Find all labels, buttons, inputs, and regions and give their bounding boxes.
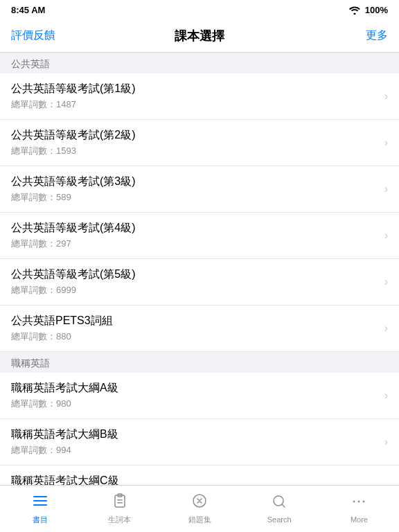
tab-label: 錯題集 <box>188 515 211 525</box>
list-item-subtitle: 總單詞數：589 <box>11 191 379 204</box>
tab-search-icon <box>272 494 287 513</box>
section-header-1: 職稱英語 <box>0 352 399 373</box>
course-list: 公共英語公共英語等級考試(第1級)總單詞數：1487›公共英語等級考試(第2級)… <box>0 53 399 485</box>
tab-ellipsis-icon <box>351 494 366 513</box>
list-item-title: 職稱英語考試大綱B級 <box>11 427 379 442</box>
list-item-content: 公共英語等級考試(第4級)總單詞數：297 <box>11 221 379 250</box>
list-item-subtitle: 總單詞數：980 <box>11 398 379 410</box>
status-bar: 8:45 AM 100% <box>0 0 399 19</box>
list-item[interactable]: 公共英語PETS3詞組總單詞數：880› <box>0 305 399 352</box>
section-header-0: 公共英語 <box>0 53 399 73</box>
list-item-content: 公共英語等級考試(第5級)總單詞數：6999 <box>11 267 379 296</box>
tab-item-錯題集[interactable]: 錯題集 <box>159 486 239 526</box>
svg-point-8 <box>274 496 283 506</box>
nav-bar: 評價反饋 課本選擇 更多 <box>0 19 399 53</box>
svg-rect-0 <box>33 496 47 497</box>
list-item[interactable]: 公共英語等級考試(第2級)總單詞數：1593› <box>0 120 399 166</box>
svg-point-9 <box>353 501 355 503</box>
list-item-title: 職稱英語考試大綱A級 <box>11 381 379 396</box>
list-item[interactable]: 職稱英語考試大綱C級總單詞數：4651› <box>0 466 399 485</box>
nav-more-button[interactable]: 更多 <box>366 28 388 43</box>
list-item[interactable]: 職稱英語考試大綱A級總單詞數：980› <box>0 373 399 419</box>
list-item-content: 職稱英語考試大綱A級總單詞數：980 <box>11 381 379 410</box>
tab-xmark-circle-icon <box>192 493 207 513</box>
chevron-right-icon: › <box>384 322 388 335</box>
list-item-subtitle: 總單詞數：1487 <box>11 98 379 111</box>
svg-rect-1 <box>33 500 47 502</box>
list-item[interactable]: 公共英語等級考試(第4級)總單詞數：297› <box>0 213 399 259</box>
list-item-title: 公共英語等級考試(第1級) <box>11 82 379 96</box>
list-item-content: 公共英語等級考試(第1級)總單詞數：1487 <box>11 82 379 111</box>
list-item-subtitle: 總單詞數：297 <box>11 238 379 250</box>
tab-clipboard-icon <box>112 493 127 513</box>
list-item-subtitle: 總單詞數：6999 <box>11 284 379 296</box>
list-item-title: 公共英語等級考試(第3級) <box>11 175 379 189</box>
nav-title: 課本選擇 <box>175 28 224 44</box>
list-item-content: 公共英語等級考試(第2級)總單詞數：1593 <box>11 128 379 157</box>
list-item[interactable]: 職稱英語考試大綱B級總單詞數：994› <box>0 419 399 466</box>
list-item-subtitle: 總單詞數：880 <box>11 330 379 343</box>
chevron-right-icon: › <box>384 90 388 103</box>
svg-point-10 <box>358 501 360 503</box>
svg-rect-5 <box>117 499 123 501</box>
nav-back-button[interactable]: 評價反饋 <box>11 28 55 43</box>
list-item[interactable]: 公共英語等級考試(第3級)總單詞數：589› <box>0 166 399 213</box>
list-item-subtitle: 總單詞數：994 <box>11 444 379 456</box>
tab-list-icon <box>33 493 48 513</box>
list-item-subtitle: 總單詞數：1593 <box>11 145 379 157</box>
chevron-right-icon: › <box>384 229 388 242</box>
list-item-title: 公共英語PETS3詞組 <box>11 314 379 328</box>
svg-point-11 <box>363 501 365 503</box>
list-item[interactable]: 公共英語等級考試(第5級)總單詞數：6999› <box>0 259 399 305</box>
tab-item-生詞本[interactable]: 生詞本 <box>80 486 159 526</box>
tab-label: 生詞本 <box>108 515 131 525</box>
tab-item-more[interactable]: More <box>319 486 399 526</box>
list-item[interactable]: 公共英語等級考試(第1級)總單詞數：1487› <box>0 73 399 120</box>
chevron-right-icon: › <box>384 183 388 195</box>
tab-bar: 書目生詞本錯題集SearchMore <box>0 485 399 532</box>
svg-rect-6 <box>117 502 123 504</box>
list-item-title: 公共英語等級考試(第4級) <box>11 221 379 236</box>
list-item-title: 職稱英語考試大綱C級 <box>11 474 379 485</box>
chevron-right-icon: › <box>384 389 388 402</box>
svg-rect-2 <box>33 504 47 506</box>
list-item-content: 公共英語PETS3詞組總單詞數：880 <box>11 314 379 343</box>
chevron-right-icon: › <box>384 436 388 448</box>
tab-label: 書目 <box>33 515 48 525</box>
list-item-content: 職稱英語考試大綱C級總單詞數：4651 <box>11 474 379 485</box>
list-item-title: 公共英語等級考試(第2級) <box>11 128 379 143</box>
tab-label: Search <box>267 515 292 524</box>
list-item-content: 公共英語等級考試(第3級)總單詞數：589 <box>11 175 379 204</box>
list-item-title: 公共英語等級考試(第5級) <box>11 267 379 282</box>
tab-item-search[interactable]: Search <box>240 486 319 526</box>
list-item-content: 職稱英語考試大綱B級總單詞數：994 <box>11 427 379 456</box>
wifi-icon <box>348 6 361 15</box>
status-icons: 100% <box>348 5 388 15</box>
tab-item-書目[interactable]: 書目 <box>0 486 80 526</box>
battery-status: 100% <box>365 5 388 15</box>
chevron-right-icon: › <box>384 276 388 288</box>
chevron-right-icon: › <box>384 136 388 149</box>
tab-label: More <box>351 515 368 524</box>
status-time: 8:45 AM <box>11 5 45 15</box>
